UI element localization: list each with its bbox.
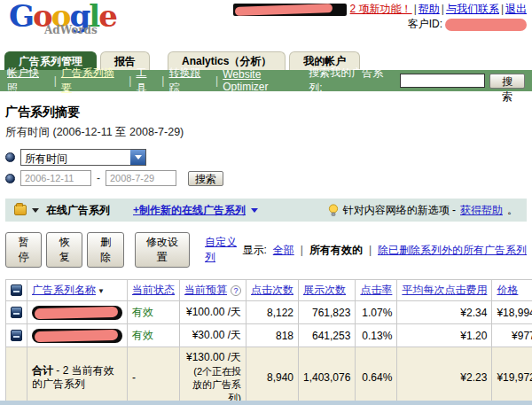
avg-cpc-cell: ¥2.23 (397, 347, 492, 405)
date-to-input[interactable] (106, 170, 176, 186)
sort-by-cost-link[interactable]: 价格 (497, 284, 518, 296)
row-checkbox[interactable] (11, 330, 22, 341)
campaign-row: 有效 ¥30.00 /天 818 641,253 0.13% ¥1.20 ¥97… (6, 324, 532, 347)
show-label: 显示: (242, 243, 266, 258)
sign-out-link[interactable]: 退出 (505, 3, 527, 15)
campaigns-table: 广告系列名称▼ 当前状态 当前预算? 点击次数 展示次数 点击率 平均每次点击费… (5, 279, 532, 405)
header-impressions: 展示次数 (299, 280, 356, 301)
cost-cell: ¥977.78 (492, 324, 532, 347)
header-campaign-name: 广告系列名称▼ (27, 280, 128, 301)
sort-arrow-icon: ▼ (98, 287, 105, 295)
sort-by-impressions-link[interactable]: 展示次数 (303, 284, 346, 296)
tip-end: 。 (507, 203, 518, 218)
ctr-cell: 0.64% (356, 347, 397, 405)
subnav-conversion-tracking[interactable]: 转换跟踪 (168, 66, 211, 96)
campaign-name-cell[interactable] (27, 324, 128, 347)
avg-cpc-cell: ¥1.20 (397, 324, 492, 347)
header-links-row: 2 项新功能！|帮助|与我们联系|退出 (233, 2, 527, 17)
link-separator: | (501, 3, 504, 15)
link-separator: | (442, 3, 444, 15)
clicks-cell: 818 (246, 324, 299, 347)
subnav-bar: 帐户快照| 广告系列摘要| 工具| 转换跟踪| Website Optimize… (0, 70, 532, 91)
header-clicks: 点击次数 (246, 280, 299, 301)
filter-not-deleted-link[interactable]: 除已删除系列外的所有广告系列 (378, 243, 527, 258)
campaign-search-button[interactable]: 搜索 (489, 74, 525, 89)
header-cost: 价格 (492, 280, 532, 301)
campaign-search: 搜索我的广告系列: 搜索 (309, 66, 525, 96)
sort-by-ctr-link[interactable]: 点击率 (360, 284, 392, 296)
edit-settings-button[interactable]: 修改设置 (135, 232, 190, 268)
sort-by-clicks-link[interactable]: 点击次数 (251, 284, 293, 296)
header-ctr: 点击率 (356, 280, 397, 301)
totals-label-bold: 合计 (32, 364, 53, 377)
select-all-checkbox[interactable] (11, 284, 22, 296)
subnav-website-optimizer[interactable]: Website Optimizer (223, 68, 309, 93)
custom-date-radio[interactable] (5, 174, 15, 183)
tip-text: 针对内容网络的新选项 - (343, 203, 456, 218)
filter-active-current: 所有有效的 (309, 243, 363, 258)
delete-button[interactable]: 删除 (87, 232, 123, 268)
online-campaigns-bar: 在线广告系列 +制作新的在线广告系列 针对内容网络的新选项 - 获得帮助 。 (5, 199, 527, 222)
show-filter-group: 显示: 全部 | 所有有效的 | 除已删除系列外的所有广告系列 (242, 243, 527, 258)
redacted-customer-id (445, 19, 527, 31)
redacted-campaign-name (32, 306, 122, 320)
impressions-cell: 761,823 (299, 301, 356, 324)
get-help-link[interactable]: 获得帮助 (460, 203, 503, 218)
link-separator: | (414, 3, 417, 15)
date-search-button[interactable]: 搜索 (188, 171, 223, 186)
filter-all-link[interactable]: 全部 (273, 243, 294, 258)
window-bottom-strip (0, 401, 532, 405)
totals-active-row: 合计 - 2 当前有效的广告系列 - ¥130.00 /天 (2个正在投放的广告… (6, 347, 532, 405)
date-from-input[interactable] (20, 170, 91, 186)
main-content: 广告系列摘要 所有时间 (2006-12-11 至 2008-7-29) 所有时… (0, 105, 532, 405)
collapse-chevron-icon[interactable] (32, 208, 39, 213)
budget-cell: ¥100.00 /天 (180, 301, 246, 324)
budget-cell: ¥30.00 /天 (180, 324, 246, 347)
cost-cell: ¥19,972.34 (492, 347, 532, 405)
redaction-scribble (234, 4, 332, 16)
clicks-cell: 8,122 (246, 301, 299, 324)
new-features-link[interactable]: 2 项新功能！ (350, 3, 412, 15)
subnav-separator: | (161, 74, 164, 87)
empty-cell (6, 347, 27, 405)
google-adwords-logo: Google AdWords (9, 0, 116, 36)
subnav-account-snapshot[interactable]: 帐户快照 (7, 66, 50, 96)
budget-help-icon[interactable]: ? (231, 285, 241, 296)
subnav-separator: | (54, 74, 57, 87)
customize-columns-link[interactable]: 自定义列 (205, 235, 242, 265)
subnav-separator: | (129, 74, 131, 87)
row-checkbox[interactable] (11, 307, 22, 318)
create-campaign-link[interactable]: +制作新的在线广告系列 (133, 203, 246, 218)
contact-us-link[interactable]: 与我们联系 (446, 3, 499, 15)
sort-by-name-link[interactable]: 广告系列名称 (32, 284, 96, 296)
row-checkbox-cell (6, 301, 27, 324)
create-campaign-chevron-icon[interactable] (251, 208, 258, 213)
sort-by-status-link[interactable]: 当前状态 (132, 284, 175, 296)
redaction-scribble (35, 329, 118, 341)
sort-by-budget-link[interactable]: 当前预算 (184, 284, 227, 296)
subnav-separator: | (215, 74, 218, 87)
ctr-cell: 0.13% (356, 324, 397, 347)
campaign-name-cell[interactable] (27, 301, 128, 324)
totals-budget-note: (2个正在投放的广告系列) (192, 366, 241, 403)
status-cell: 有效 (128, 324, 180, 347)
select-dropdown-button[interactable] (130, 150, 145, 165)
impressions-cell: 641,253 (299, 324, 356, 347)
campaign-search-input[interactable] (400, 74, 485, 88)
budget-cell: ¥130.00 /天 (2个正在投放的广告系列) (180, 347, 246, 405)
clicks-cell: 8,940 (246, 347, 299, 405)
subnav-campaign-summary[interactable]: 广告系列摘要 (61, 66, 125, 96)
help-link[interactable]: 帮助 (419, 3, 440, 15)
date-dash: - (97, 172, 100, 184)
preset-date-radio[interactable] (5, 152, 15, 162)
date-preset-select[interactable]: 所有时间 (20, 149, 146, 166)
campaign-row: 有效 ¥100.00 /天 8,122 761,823 1.07% ¥2.34 … (6, 301, 532, 324)
totals-active-label: 合计 - 2 当前有效的广告系列 (27, 347, 128, 405)
pause-button[interactable]: 暂停 (5, 232, 42, 268)
resume-button[interactable]: 恢复 (46, 232, 82, 268)
custom-date-row: - 搜索 (5, 169, 527, 187)
subnav-tools[interactable]: 工具 (136, 66, 157, 96)
totals-budget: ¥130.00 /天 (186, 351, 241, 363)
sort-by-avg-cpc-link[interactable]: 平均每次点击费用 (402, 284, 487, 296)
redaction-scribble (35, 306, 118, 318)
